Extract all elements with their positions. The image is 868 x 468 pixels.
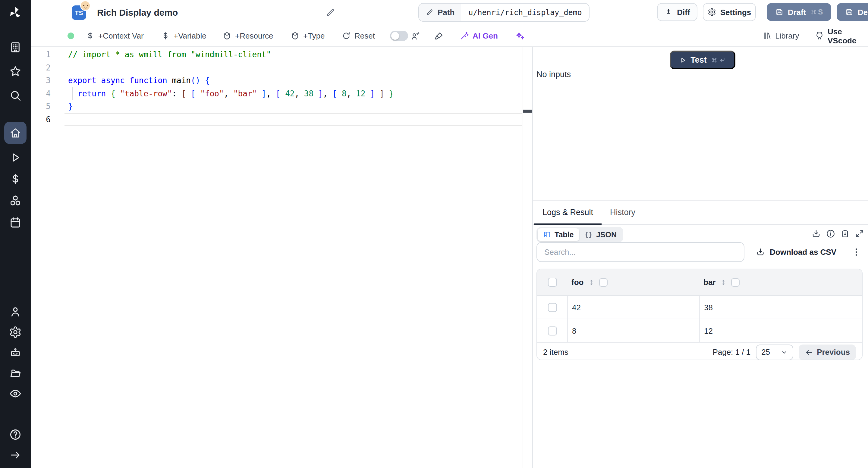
sidebar-divider — [0, 115, 31, 116]
row-checkbox[interactable] — [548, 326, 557, 335]
format-brush-icon[interactable] — [434, 31, 444, 41]
code-line[interactable]: } — [68, 100, 73, 113]
star-icon — [9, 65, 22, 77]
plus-minus-icon — [664, 8, 673, 16]
sidebar-item-variables[interactable] — [0, 168, 31, 190]
test-shortcut — [711, 56, 726, 64]
path-button[interactable]: Path u/henri/rich_display_demo — [418, 3, 590, 22]
page-indicator: Page: 1 / 1 — [712, 347, 750, 357]
help-icon — [9, 428, 22, 441]
code-token: ] — [257, 89, 266, 98]
code-token: return — [68, 89, 106, 98]
dollar-icon — [161, 31, 170, 40]
previous-page-button[interactable]: Previous — [799, 344, 856, 360]
sparkles-icon[interactable] — [516, 31, 525, 41]
sort-icon[interactable] — [720, 278, 727, 286]
line-number: 6 — [31, 113, 63, 126]
tab-history[interactable]: History — [601, 201, 644, 224]
info-icon[interactable] — [826, 229, 835, 238]
multiplayer-toggle[interactable] — [390, 31, 408, 41]
line-number: 2 — [31, 61, 63, 74]
sidebar-item-home[interactable] — [4, 122, 27, 144]
sidebar-group-bottom — [0, 424, 31, 465]
code-line[interactable]: export async function main() { — [68, 74, 210, 87]
sort-icon[interactable] — [588, 278, 595, 286]
person-icon — [9, 305, 22, 318]
view-json-button[interactable]: {} JSON — [579, 228, 622, 241]
sidebar-item-favorites[interactable] — [0, 59, 31, 83]
sidebar-item-workspace[interactable] — [0, 35, 31, 59]
sidebar-item-resources[interactable] — [0, 190, 31, 211]
code-token: export async function — [68, 76, 172, 85]
add-variable-button[interactable]: +Variable — [161, 25, 207, 46]
sidebar-item-account[interactable] — [0, 301, 31, 322]
indent-guide — [72, 87, 73, 100]
column-handle[interactable] — [599, 278, 608, 287]
sidebar-item-help[interactable] — [0, 424, 31, 444]
edit-title-pencil-icon[interactable] — [326, 8, 335, 18]
draft-button[interactable]: Draft S — [767, 3, 831, 21]
code-token: ] — [365, 89, 375, 98]
sidebar-item-schedules[interactable] — [0, 211, 31, 233]
use-vscode-button[interactable]: Use VScode — [815, 25, 868, 46]
code-token: 42 — [281, 89, 295, 98]
settings-button[interactable]: Settings — [703, 3, 756, 21]
sidebar-item-runs[interactable] — [0, 146, 31, 168]
code-line[interactable]: // import * as wmill from "windmill-clie… — [68, 48, 271, 61]
ai-gen-button[interactable]: AI Gen — [460, 25, 498, 46]
sidebar-item-search[interactable] — [0, 83, 31, 107]
library-button[interactable]: Library — [763, 25, 799, 46]
reset-button[interactable]: Reset — [342, 25, 375, 46]
sidebar-item-audit-logs[interactable] — [0, 383, 31, 404]
code-token: main — [172, 76, 191, 85]
save-icon — [775, 8, 784, 16]
app-window: TS Rich Display demo Path u/henri/rich_d… — [0, 0, 868, 468]
multiplayer-users-icon[interactable] — [410, 31, 420, 41]
settings-label: Settings — [720, 7, 751, 16]
search-input[interactable] — [536, 242, 744, 262]
overview-ruler-cursor-marker — [523, 110, 532, 113]
windmill-logo-icon[interactable] — [8, 5, 23, 21]
home-icon — [9, 127, 22, 139]
download-csv-button[interactable]: Download as CSV — [756, 242, 836, 262]
table-row: 4238 — [537, 296, 862, 319]
tab-logs-result-label: Logs & Result — [542, 208, 593, 217]
building-icon — [9, 41, 22, 53]
reset-label: Reset — [354, 31, 375, 40]
sidebar-item-folders[interactable] — [0, 363, 31, 383]
result-view-switch: Table {} JSON — [536, 227, 623, 242]
add-context-var-label: +Context Var — [98, 31, 144, 40]
page-size-select[interactable]: 25 — [756, 344, 793, 360]
gear-icon — [9, 326, 22, 338]
row-checkbox[interactable] — [548, 303, 557, 312]
code-token: "table-row" — [116, 89, 172, 98]
panel-divider[interactable] — [532, 47, 533, 468]
braces-icon: {} — [584, 231, 592, 238]
diff-button[interactable]: Diff — [657, 3, 698, 21]
sidebar-item-expand-sidebar[interactable] — [0, 444, 31, 465]
code-token: [ — [328, 89, 337, 98]
play-icon — [9, 151, 22, 164]
table-cell: 12 — [704, 326, 713, 335]
expand-result-icon[interactable] — [855, 229, 864, 238]
command-key-icon — [711, 56, 718, 64]
column-handle[interactable] — [731, 278, 740, 287]
add-context-var-button[interactable]: +Context Var — [86, 25, 144, 46]
sidebar-item-workers[interactable] — [0, 342, 31, 363]
copy-to-clipboard-icon[interactable] — [840, 229, 850, 238]
table-options-button[interactable] — [849, 244, 863, 259]
add-type-button[interactable]: +Type — [290, 25, 325, 46]
add-resource-button[interactable]: +Resource — [222, 25, 273, 46]
code-token: // import * as wmill from "windmill-clie… — [68, 50, 271, 59]
code-token: [ — [271, 89, 280, 98]
view-table-button[interactable]: Table — [538, 228, 579, 241]
code-line[interactable]: return { "table-row": [ [ "foo", "bar" ]… — [68, 87, 394, 100]
deploy-button[interactable]: Deploy — [837, 3, 868, 21]
test-button[interactable]: Test — [670, 51, 735, 69]
download-result-icon[interactable] — [811, 229, 821, 238]
tab-logs-result[interactable]: Logs & Result — [534, 201, 601, 224]
draft-shortcut: S — [810, 8, 823, 16]
sidebar-item-settings[interactable] — [0, 322, 31, 342]
select-all-checkbox[interactable] — [548, 278, 557, 287]
column-header-bar: bar — [704, 278, 715, 287]
